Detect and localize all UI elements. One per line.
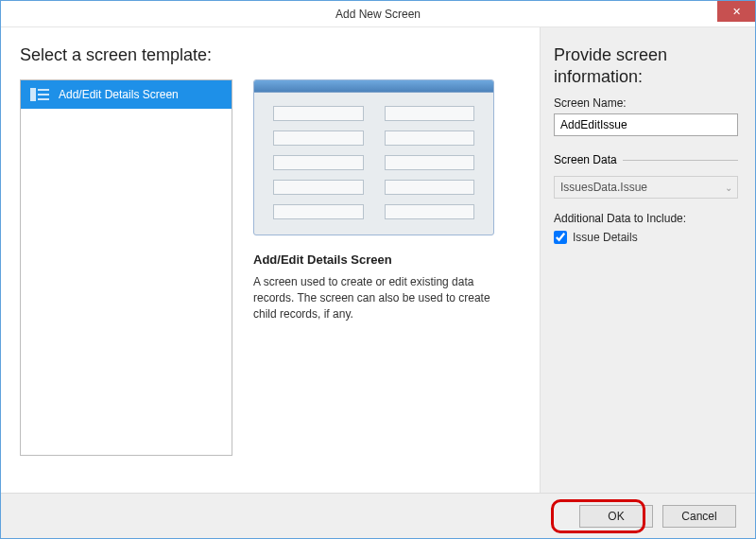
- preview-field: [273, 180, 364, 195]
- issue-details-checkbox[interactable]: [554, 231, 567, 244]
- template-item-add-edit-details[interactable]: Add/Edit Details Screen: [21, 80, 232, 109]
- preview-description: A screen used to create or edit existing…: [253, 274, 494, 323]
- ok-button[interactable]: OK: [579, 505, 653, 528]
- screen-data-group: Screen Data IssuesData.Issue ⌄ Additiona…: [554, 153, 738, 244]
- screen-data-select[interactable]: IssuesData.Issue ⌄: [554, 176, 738, 199]
- window-title: Add New Screen: [335, 8, 421, 21]
- screen-data-group-header: Screen Data: [554, 153, 738, 166]
- template-list[interactable]: Add/Edit Details Screen: [20, 79, 232, 456]
- preview-field: [273, 130, 364, 146]
- cancel-button[interactable]: Cancel: [662, 505, 736, 528]
- info-pane: Provide screen information: Screen Name:…: [540, 27, 755, 493]
- close-icon: ✕: [732, 6, 741, 18]
- screen-name-label: Screen Name:: [554, 96, 738, 110]
- preview-field: [273, 155, 364, 170]
- details-screen-icon: [30, 88, 49, 101]
- template-preview-column: Add/Edit Details Screen A screen used to…: [253, 79, 521, 456]
- additional-item-issue-details[interactable]: Issue Details: [554, 231, 738, 244]
- template-item-label: Add/Edit Details Screen: [59, 88, 179, 101]
- close-button[interactable]: ✕: [717, 1, 755, 22]
- screen-data-value: IssuesData.Issue: [554, 176, 738, 199]
- titlebar: Add New Screen ✕: [1, 1, 755, 27]
- preview-field: [273, 204, 364, 219]
- preview-grid: [254, 93, 493, 235]
- preview-field: [385, 155, 475, 170]
- template-preview: [253, 79, 494, 235]
- add-new-screen-dialog: Add New Screen ✕ Select a screen templat…: [0, 0, 756, 539]
- template-row: Add/Edit Details Screen: [20, 79, 521, 456]
- preview-title: Add/Edit Details Screen: [253, 252, 392, 267]
- preview-field: [385, 180, 475, 195]
- dialog-footer: OK Cancel: [1, 493, 755, 538]
- screen-data-group-label: Screen Data: [554, 153, 617, 166]
- preview-field: [385, 204, 475, 219]
- info-heading: Provide screen information:: [554, 44, 738, 87]
- template-heading: Select a screen template:: [20, 44, 521, 66]
- preview-field: [273, 106, 364, 121]
- issue-details-label: Issue Details: [573, 231, 638, 244]
- preview-field: [385, 130, 475, 146]
- preview-header: [254, 80, 493, 93]
- additional-data-label: Additional Data to Include:: [554, 212, 738, 225]
- template-pane: Select a screen template: Add/Edit Detai…: [1, 27, 540, 493]
- preview-field: [385, 106, 475, 121]
- dialog-content: Select a screen template: Add/Edit Detai…: [1, 27, 755, 493]
- screen-name-input[interactable]: [554, 113, 738, 136]
- group-divider: [623, 160, 738, 161]
